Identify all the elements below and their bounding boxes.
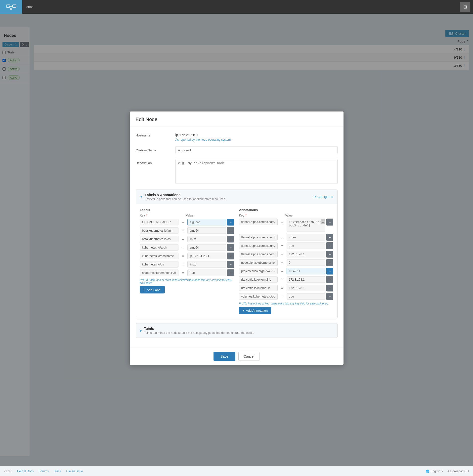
annotation-key-5[interactable] — [239, 268, 278, 274]
top-navigation: orion ⊞ — [0, 0, 473, 14]
label-value-3[interactable] — [187, 244, 226, 251]
annotations-column-title: Annotations — [239, 208, 333, 212]
add-label-button[interactable]: + Add Label — [140, 286, 165, 293]
modal-title: Edit Node — [136, 116, 338, 122]
annotation-key-6[interactable] — [239, 276, 278, 283]
remove-label-5-button[interactable]: − — [227, 261, 234, 268]
remove-label-3-button[interactable]: − — [227, 244, 234, 251]
annotations-header-row: Key * Value — [239, 214, 333, 217]
labels-column: Labels Key * Value — [140, 208, 234, 314]
label-value-5[interactable] — [187, 261, 226, 267]
hostname-label: Hostname — [136, 131, 175, 137]
cancel-button[interactable]: Cancel — [238, 352, 260, 361]
remove-annotation-5-button[interactable]: − — [326, 267, 333, 274]
annotation-key-1[interactable] — [239, 234, 278, 240]
annotation-key-7[interactable] — [239, 285, 278, 291]
annotation-value-7[interactable] — [287, 285, 325, 291]
label-key-4[interactable] — [140, 253, 179, 259]
scroll-up-0[interactable]: ▲ — [321, 219, 325, 221]
label-value-1[interactable] — [187, 227, 226, 234]
description-row: Description — [136, 159, 338, 184]
remove-annotation-3-button[interactable]: − — [326, 251, 333, 258]
nav-puzzle-icon[interactable]: ⊞ — [460, 2, 470, 12]
description-input[interactable] — [175, 159, 338, 184]
file-issue-link[interactable]: File an Issue — [66, 470, 83, 473]
remove-label-2-button[interactable]: − — [227, 235, 234, 242]
remove-annotation-0-button[interactable]: − — [326, 218, 333, 225]
label-key-2[interactable] — [140, 236, 179, 242]
globe-icon: 🌐 — [426, 470, 430, 473]
annotation-value-0[interactable]: {"VtepMAC":"b6:9b:1b:c5:cc:4e"} — [287, 218, 325, 231]
svg-rect-1 — [7, 5, 10, 7]
description-label: Description — [136, 159, 175, 165]
remove-annotation-8-button[interactable]: − — [326, 293, 333, 300]
annotation-value-3[interactable] — [287, 251, 325, 257]
annotation-key-3[interactable] — [239, 251, 278, 257]
list-item: = − — [140, 244, 234, 251]
remove-label-0-button[interactable]: − — [227, 218, 234, 225]
scroll-down-0[interactable]: ▼ — [321, 222, 325, 224]
forums-link[interactable]: Forums — [39, 470, 49, 473]
label-value-4[interactable] — [187, 253, 226, 259]
custom-name-control — [175, 146, 338, 154]
remove-annotation-6-button[interactable]: − — [326, 276, 333, 283]
language-label: English — [430, 470, 440, 473]
download-cli[interactable]: ⬇ Download CLI — [447, 470, 469, 473]
label-value-6[interactable] — [187, 269, 226, 276]
remove-annotation-4-button[interactable]: − — [326, 259, 333, 266]
help-docs-link[interactable]: Help & Docs — [17, 470, 34, 473]
labels-column-title: Labels — [140, 208, 234, 212]
modal-footer: Save Cancel — [130, 347, 344, 365]
annotation-value-4[interactable] — [287, 259, 325, 266]
remove-annotation-7-button[interactable]: − — [326, 284, 333, 291]
annotation-value-8[interactable] — [287, 293, 325, 300]
label-key-1[interactable] — [140, 227, 179, 234]
label-key-3[interactable] — [140, 244, 179, 251]
modal-header: Edit Node — [130, 111, 344, 126]
label-key-6[interactable] — [140, 269, 179, 276]
label-value-2[interactable] — [187, 236, 226, 242]
annotation-value-wrapper-0: {"VtepMAC":"b6:9b:1b:c5:cc:4e"} ▲ ▼ — [287, 218, 325, 232]
list-item: = − — [140, 261, 234, 268]
annotation-key-8[interactable] — [239, 293, 278, 300]
taints-section: ▶ Taints Taints mark that the node shoul… — [136, 323, 338, 338]
list-item: = − — [239, 284, 333, 291]
svg-rect-4 — [9, 6, 13, 7]
annotation-value-1[interactable] — [287, 234, 325, 240]
remove-label-1-button[interactable]: − — [227, 227, 234, 234]
labels-value-header: Value — [186, 214, 193, 217]
configured-count: 16 Configured — [313, 195, 333, 199]
remove-label-4-button[interactable]: − — [227, 252, 234, 259]
add-annotation-button[interactable]: + Add Annotation — [239, 307, 271, 314]
version-label: v2.3.6 — [4, 470, 12, 473]
annotation-value-2[interactable] — [287, 242, 325, 249]
label-value-0[interactable] — [187, 219, 226, 225]
labels-protip: ProTip Paste one or more lines of key=va… — [140, 278, 234, 284]
hostname-hint: As reported by the node operating system… — [175, 138, 338, 141]
annotation-value-5[interactable] — [287, 268, 325, 274]
edit-node-modal: Edit Node Hostname ip-172-31-28-1 As rep… — [130, 111, 344, 365]
annotations-protip: ProTip Paste lines of key=value pairs in… — [239, 302, 333, 305]
slack-link[interactable]: Slack — [54, 470, 61, 473]
section-collapse-icon[interactable]: ▼ — [140, 195, 143, 198]
nav-logo[interactable] — [0, 0, 22, 14]
annotation-key-4[interactable] — [239, 259, 278, 266]
language-selector[interactable]: 🌐 English ▾ — [426, 470, 443, 473]
remove-label-6-button[interactable]: − — [227, 269, 234, 276]
taints-expand-icon[interactable]: ▶ — [140, 329, 142, 332]
nav-cluster-name: orion — [22, 5, 38, 9]
label-key-0[interactable] — [140, 219, 179, 225]
remove-annotation-2-button[interactable]: − — [326, 242, 333, 249]
add-annotation-text: Add Annotation — [246, 308, 268, 312]
annotation-key-2[interactable] — [239, 242, 278, 249]
label-key-5[interactable] — [140, 261, 179, 267]
custom-name-label: Custom Name — [136, 146, 175, 152]
rancher-logo-icon — [6, 3, 17, 11]
remove-annotation-1-button[interactable]: − — [326, 234, 333, 241]
annotation-key-0[interactable] — [239, 218, 278, 225]
annotation-value-6[interactable] — [287, 276, 325, 283]
page-footer: v2.3.6 Help & Docs Forums Slack File an … — [0, 466, 473, 476]
save-button[interactable]: Save — [214, 352, 235, 361]
custom-name-input[interactable] — [175, 146, 338, 154]
labels-annotations-section: ▼ Labels & Annotations Key/Value pairs t… — [136, 189, 338, 318]
